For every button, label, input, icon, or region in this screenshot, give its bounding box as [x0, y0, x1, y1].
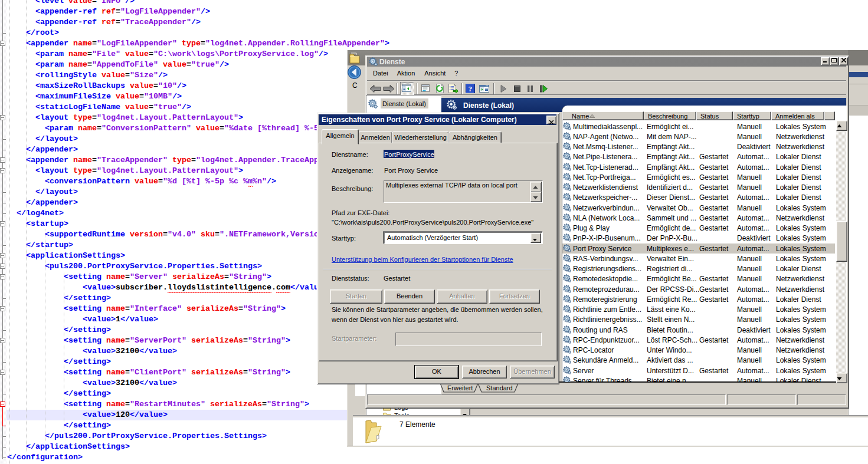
svg-text:?: ? [469, 84, 473, 93]
